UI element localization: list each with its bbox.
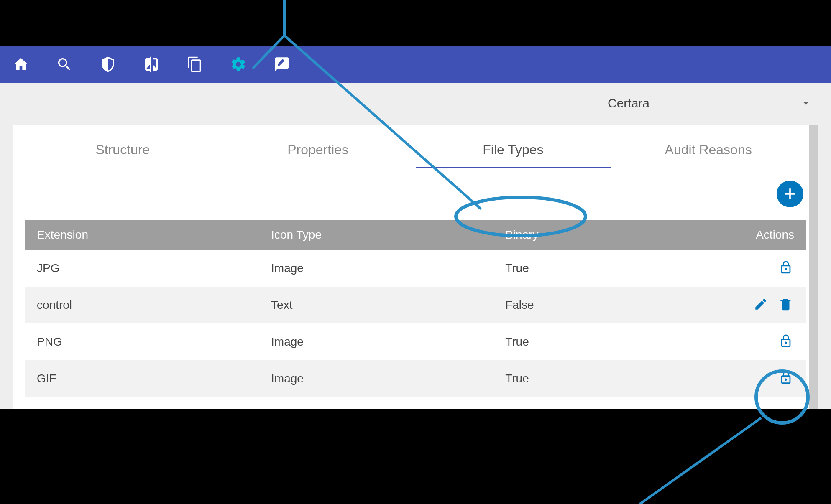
shield-icon[interactable] [100,56,116,73]
cell-icon-type: Text [259,287,493,323]
delete-icon[interactable] [777,296,794,313]
tab-file-types[interactable]: File Types [416,132,611,168]
cell-binary: True [493,323,689,360]
content-card: Structure Properties File Types Audit Re… [13,125,818,409]
settings-icon[interactable] [230,56,247,73]
cell-extension: control [25,287,259,323]
add-button[interactable] [777,181,803,207]
copy-icon[interactable] [187,56,203,73]
tab-properties[interactable]: Properties [220,132,416,168]
lock-icon [777,333,794,349]
cell-binary: False [493,287,689,323]
lock-icon [777,259,794,276]
tenant-name: Certara [608,96,649,110]
feedback-icon[interactable] [274,56,290,73]
toolbar-row [25,168,806,220]
table-header-row: Extension Icon Type Binary Actions [25,220,806,250]
lock-icon [777,369,794,386]
col-icon-type: Icon Type [259,220,493,250]
tenant-select[interactable]: Certara [605,92,814,115]
tabs: Structure Properties File Types Audit Re… [25,132,806,168]
table-row: GIF Image True [25,360,806,397]
app-frame: Certara Structure Properties File Types … [0,46,831,409]
table-row: JPG Image True [25,250,806,287]
file-types-table: Extension Icon Type Binary Actions JPG I… [25,220,806,397]
col-actions: Actions [689,220,806,250]
cell-icon-type: Image [259,250,493,287]
table-row: control Text False [25,287,806,323]
chevron-down-icon [800,97,812,109]
plus-icon [781,185,799,203]
cell-icon-type: Image [259,323,493,360]
cell-binary: True [493,250,689,287]
vertical-scrollbar[interactable] [809,125,818,409]
edit-icon[interactable] [752,296,769,313]
cell-extension: GIF [25,360,259,397]
search-icon[interactable] [56,56,73,73]
compare-icon[interactable] [143,56,160,73]
cell-icon-type: Image [259,360,493,397]
subheader: Certara [0,83,831,125]
tab-structure[interactable]: Structure [25,132,220,168]
col-extension: Extension [25,220,259,250]
col-binary: Binary [493,220,689,250]
cell-extension: PNG [25,323,259,360]
table-row: PNG Image True [25,323,806,360]
home-icon[interactable] [13,56,29,73]
cell-binary: True [493,360,689,397]
topbar [0,46,831,83]
tab-audit-reasons[interactable]: Audit Reasons [611,132,806,168]
cell-extension: JPG [25,250,259,287]
callout-line-bottom [640,418,761,504]
